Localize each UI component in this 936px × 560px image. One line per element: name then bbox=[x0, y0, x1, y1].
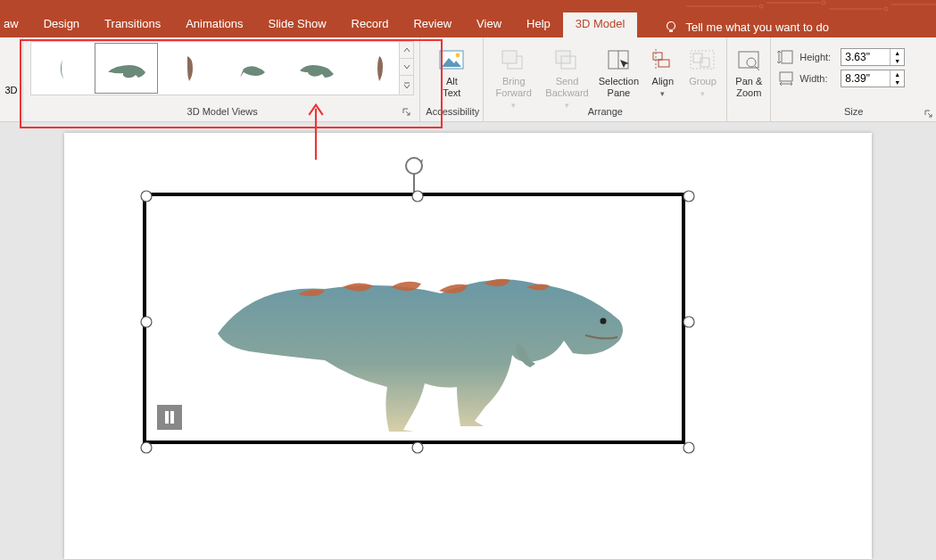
svg-rect-13 bbox=[653, 53, 662, 60]
height-label: Height: bbox=[799, 52, 837, 62]
selection-handles[interactable] bbox=[146, 196, 689, 448]
size-launcher[interactable] bbox=[924, 109, 934, 119]
insert3d-label[interactable]: 3D bbox=[4, 41, 17, 95]
group-model-views: 3D Model Views bbox=[25, 37, 419, 121]
alt-text-button[interactable]: Alt Text bbox=[428, 41, 475, 103]
svg-rect-9 bbox=[556, 51, 570, 63]
svg-point-20 bbox=[747, 58, 756, 67]
workspace bbox=[0, 122, 936, 560]
group-size: Height: ▲▼ Width: ▲▼ Size bbox=[771, 37, 936, 121]
svg-point-40 bbox=[141, 442, 152, 453]
gallery-scroll-up[interactable] bbox=[399, 42, 413, 59]
tab-view[interactable]: View bbox=[464, 12, 514, 37]
svg-point-36 bbox=[412, 191, 423, 202]
height-down[interactable]: ▼ bbox=[890, 57, 904, 65]
svg-point-2 bbox=[884, 7, 888, 11]
tab-transitions[interactable]: Transitions bbox=[92, 12, 173, 37]
svg-point-37 bbox=[683, 191, 694, 202]
tab-review[interactable]: Review bbox=[401, 12, 464, 37]
align-button[interactable]: Align▾ bbox=[645, 41, 681, 103]
bring-forward-icon bbox=[499, 47, 529, 72]
align-icon bbox=[648, 47, 678, 72]
width-down[interactable]: ▼ bbox=[890, 78, 904, 86]
svg-point-39 bbox=[683, 317, 694, 327]
svg-point-38 bbox=[141, 317, 152, 327]
group-arrange: Bring Forward▾ Send Backward▾ Selection … bbox=[484, 37, 726, 121]
tell-me[interactable]: Tell me what you want to do bbox=[655, 12, 837, 37]
height-icon bbox=[776, 49, 796, 65]
height-input[interactable]: ▲▼ bbox=[841, 48, 905, 66]
width-icon bbox=[776, 70, 796, 86]
group-icon bbox=[687, 47, 717, 72]
bring-forward-button[interactable]: Bring Forward▾ bbox=[489, 41, 538, 103]
group-label-size: Size bbox=[776, 106, 931, 119]
pan-zoom-icon bbox=[733, 47, 764, 72]
svg-point-3 bbox=[667, 21, 675, 29]
group-label-arrange: Arrange bbox=[489, 106, 721, 119]
width-label: Width: bbox=[799, 73, 837, 84]
svg-rect-22 bbox=[782, 51, 792, 63]
lightbulb-icon bbox=[664, 21, 678, 35]
selection-pane-icon bbox=[603, 47, 634, 72]
slide[interactable] bbox=[64, 133, 872, 559]
group-accessibility: Alt Text Accessibility bbox=[420, 37, 483, 121]
group-insert3d: 3D bbox=[0, 37, 22, 121]
svg-point-28 bbox=[406, 158, 422, 174]
gallery-more[interactable] bbox=[399, 76, 413, 95]
selection-pane-button[interactable]: Selection Pane bbox=[596, 41, 642, 103]
width-up[interactable]: ▲ bbox=[890, 70, 904, 78]
group-label-views: 3D Model Views bbox=[187, 101, 258, 119]
group-panzoom: Pan & Zoom bbox=[727, 37, 770, 121]
send-backward-button[interactable]: Send Backward▾ bbox=[542, 41, 592, 103]
svg-point-41 bbox=[412, 442, 423, 453]
tab-record[interactable]: Record bbox=[339, 12, 402, 37]
3d-model-selection[interactable] bbox=[143, 193, 685, 444]
pan-zoom-button[interactable]: Pan & Zoom bbox=[733, 41, 765, 103]
svg-rect-19 bbox=[739, 52, 758, 68]
tab-draw[interactable]: aw bbox=[0, 12, 31, 37]
send-backward-icon bbox=[552, 47, 583, 72]
svg-point-42 bbox=[683, 442, 694, 453]
view-thumb-5[interactable] bbox=[285, 43, 348, 94]
views-launcher[interactable] bbox=[402, 107, 412, 118]
group-label-accessibility: Accessibility bbox=[426, 106, 477, 119]
view-thumb-1[interactable] bbox=[31, 43, 95, 94]
ribbon-tabs: aw Design Transitions Animations Slide S… bbox=[0, 12, 936, 37]
tab-3d-model[interactable]: 3D Model bbox=[563, 12, 638, 37]
height-up[interactable]: ▲ bbox=[890, 49, 904, 57]
tab-design[interactable]: Design bbox=[31, 12, 92, 37]
svg-point-0 bbox=[759, 4, 763, 8]
view-thumb-3[interactable] bbox=[158, 43, 221, 94]
tab-help[interactable]: Help bbox=[514, 12, 563, 37]
view-thumb-2[interactable] bbox=[95, 43, 158, 94]
group-button[interactable]: Group▾ bbox=[684, 41, 722, 103]
svg-point-6 bbox=[456, 54, 460, 58]
svg-point-1 bbox=[822, 1, 825, 4]
view-thumb-4[interactable] bbox=[221, 43, 285, 94]
model-views-gallery bbox=[30, 41, 414, 95]
ribbon: 3D 3D Model Views Alt Text bbox=[0, 37, 936, 122]
alt-text-icon bbox=[436, 47, 467, 72]
svg-point-35 bbox=[141, 191, 152, 202]
width-input[interactable]: ▲▼ bbox=[841, 70, 905, 87]
svg-rect-8 bbox=[502, 51, 517, 63]
tab-slideshow[interactable]: Slide Show bbox=[256, 12, 339, 37]
title-decor bbox=[686, 0, 936, 12]
gallery-scroll-down[interactable] bbox=[399, 59, 413, 76]
tell-me-label: Tell me what you want to do bbox=[685, 21, 828, 34]
svg-rect-24 bbox=[780, 72, 792, 81]
svg-rect-14 bbox=[659, 60, 669, 67]
tab-animations[interactable]: Animations bbox=[173, 12, 255, 37]
